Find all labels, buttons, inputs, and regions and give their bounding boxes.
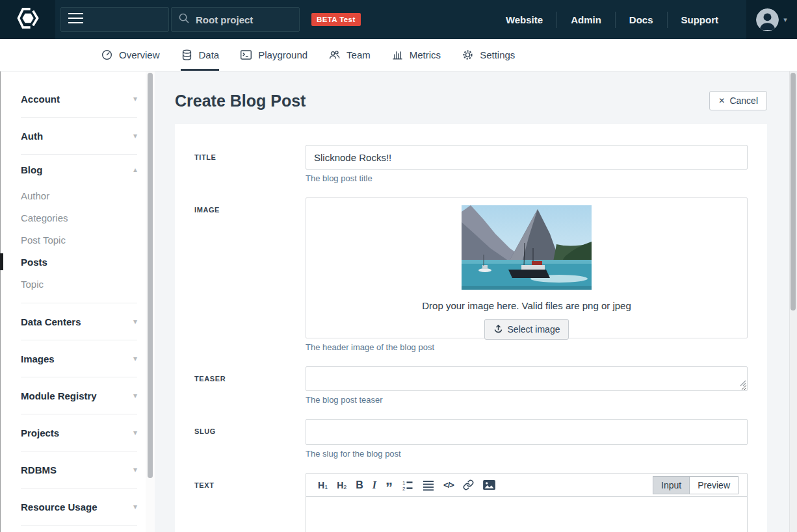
- user-menu-button[interactable]: ▾: [746, 0, 797, 39]
- svg-text:2: 2: [402, 485, 406, 490]
- link-icon: [463, 479, 474, 490]
- gauge-icon: [101, 49, 113, 61]
- field-label-text: TEXT: [194, 473, 306, 532]
- section-label: Resource Usage: [21, 501, 98, 513]
- list-icon: [423, 479, 434, 491]
- tab-playground[interactable]: Playground: [240, 39, 307, 71]
- sidebar-section-images: Images ▾: [21, 340, 137, 377]
- sidebar-item-data-centers[interactable]: Data Centers ▾: [21, 303, 137, 340]
- sidebar-section-projects: Projects ▾: [21, 414, 137, 451]
- tab-team[interactable]: Team: [328, 39, 371, 71]
- form-row-title: TITLE The blog post title: [194, 145, 748, 183]
- field-help-title: The blog post title: [306, 173, 748, 183]
- insert-image-button[interactable]: [483, 480, 495, 490]
- sidebar-item-topic[interactable]: Topic: [21, 273, 137, 295]
- chevron-down-icon: ▾: [133, 428, 137, 437]
- bar-chart-icon: [391, 49, 404, 61]
- editor-toolbar: H1 H2 B I ” 1: [306, 474, 747, 497]
- section-label: Account: [21, 94, 60, 105]
- sidebar-item-account[interactable]: Account ▾: [21, 81, 137, 117]
- teaser-textarea[interactable]: [306, 366, 748, 391]
- nav-link-website[interactable]: Website: [492, 14, 556, 25]
- sidebar-item-post-topic[interactable]: Post Topic: [21, 229, 137, 251]
- page-scrollbar[interactable]: [789, 71, 797, 532]
- nav-link-admin[interactable]: Admin: [557, 14, 615, 25]
- sidebar-section-blog: Blog ▴ Author Categories Post Topic Post…: [21, 155, 137, 303]
- italic-button[interactable]: I: [372, 479, 376, 491]
- section-label: Module Registry: [21, 390, 97, 401]
- sidebar-scrollbar-thumb[interactable]: [148, 73, 153, 478]
- sidebar-item-auth[interactable]: Auth ▾: [21, 118, 137, 154]
- search-icon: [178, 12, 190, 27]
- sidebar-item-author[interactable]: Author: [21, 184, 137, 207]
- upload-icon: [493, 323, 503, 335]
- chevron-down-icon: ▾: [133, 391, 137, 400]
- image-dropzone[interactable]: Drop your image here. Valid files are pn…: [306, 197, 748, 338]
- sidebar-item-rdbms[interactable]: RDBMS ▾: [21, 451, 137, 488]
- close-icon: ✕: [718, 96, 725, 105]
- page-scrollbar-thumb[interactable]: [790, 73, 796, 310]
- bold-button[interactable]: B: [356, 479, 363, 491]
- field-label-teaser: TEASER: [194, 366, 306, 405]
- nav-link-support[interactable]: Support: [668, 14, 733, 25]
- blockquote-button[interactable]: ”: [385, 485, 393, 491]
- select-image-label: Select image: [508, 324, 560, 335]
- form-row-text: TEXT H1 H2 B I: [194, 473, 748, 532]
- heading-2-button[interactable]: H2: [337, 479, 346, 490]
- form-row-teaser: TEASER The blog post teaser: [194, 366, 748, 405]
- tab-label: Data: [199, 49, 220, 60]
- sidebar-section-account: Account ▾: [21, 81, 137, 118]
- tab-label: Team: [346, 49, 371, 60]
- tab-metrics[interactable]: Metrics: [391, 39, 441, 71]
- section-label: Blog: [21, 164, 42, 175]
- heading-1-button[interactable]: H1: [318, 479, 328, 490]
- hexagon-logo-icon: [15, 6, 41, 33]
- dropzone-text: Drop your image here. Valid files are pn…: [422, 300, 631, 311]
- tab-label: Settings: [480, 49, 515, 60]
- beta-badge: BETA Test: [311, 13, 361, 26]
- sidebar-item-resource-usage[interactable]: Resource Usage ▾: [21, 488, 137, 525]
- editor-input-tab[interactable]: Input: [653, 476, 689, 494]
- cancel-label: Cancel: [729, 95, 758, 106]
- chevron-down-icon: ▾: [133, 94, 137, 103]
- chevron-down-icon: ▾: [133, 502, 137, 511]
- section-label: Projects: [21, 427, 59, 438]
- sidebar-item-module-registry[interactable]: Module Registry ▾: [21, 377, 137, 414]
- slug-input[interactable]: [306, 419, 748, 445]
- text-editor-area[interactable]: [306, 497, 747, 532]
- title-input[interactable]: [306, 145, 748, 170]
- select-image-button[interactable]: Select image: [484, 319, 569, 340]
- editor-preview-tab[interactable]: Preview: [689, 476, 738, 494]
- sidebar-item-blog[interactable]: Blog ▴: [21, 155, 137, 184]
- tab-settings[interactable]: Settings: [462, 39, 515, 71]
- link-button[interactable]: [463, 479, 474, 490]
- tab-label: Overview: [119, 49, 160, 60]
- code-button[interactable]: </>: [443, 480, 454, 490]
- project-selector[interactable]: [171, 7, 300, 32]
- ordered-list-icon: 1 2: [402, 479, 413, 491]
- sidebar-item-images[interactable]: Images ▾: [21, 340, 137, 377]
- header-nav: Website Admin Docs Support: [492, 12, 732, 28]
- database-icon: [181, 49, 193, 61]
- tab-data[interactable]: Data: [181, 39, 220, 71]
- nav-link-docs[interactable]: Docs: [616, 14, 667, 25]
- tab-overview[interactable]: Overview: [101, 39, 160, 71]
- sidebar-item-posts[interactable]: Posts: [21, 251, 137, 273]
- chevron-down-icon: ▾: [133, 131, 137, 140]
- unordered-list-button[interactable]: [423, 479, 434, 491]
- hamburger-icon: [68, 13, 83, 26]
- heading-2-sub: 2: [343, 484, 346, 490]
- cancel-button[interactable]: ✕ Cancel: [709, 91, 767, 110]
- sidebar-item-categories[interactable]: Categories: [21, 207, 137, 229]
- menu-button[interactable]: [60, 7, 169, 32]
- project-search-input[interactable]: [196, 14, 287, 25]
- page-title: Create Blog Post: [175, 92, 306, 110]
- chevron-up-icon: ▴: [133, 165, 137, 174]
- section-label: Data Centers: [21, 316, 81, 327]
- app-root: BETA Test Website Admin Docs Support: [0, 0, 797, 532]
- slicknode-logo[interactable]: [0, 0, 55, 39]
- sidebar-item-projects[interactable]: Projects ▾: [21, 414, 137, 451]
- sidebar-scrollbar[interactable]: [146, 71, 155, 532]
- field-help-slug: The slug for the blog post: [306, 449, 748, 459]
- ordered-list-button[interactable]: 1 2: [402, 479, 413, 491]
